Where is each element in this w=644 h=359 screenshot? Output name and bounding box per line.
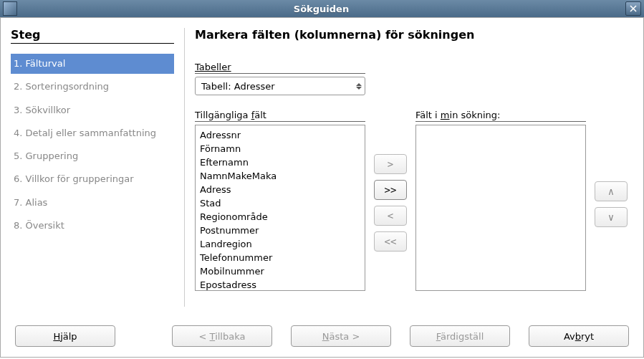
selected-fields-label: Fält i min sökning:	[415, 110, 586, 122]
list-item[interactable]: Telefonnummer	[200, 251, 360, 264]
available-fields-label: Tillgängliga fält	[195, 110, 365, 122]
window-title: Sökguiden	[17, 4, 625, 14]
move-up-button[interactable]: ∧	[595, 181, 628, 201]
wizard-step-item[interactable]: 3. Sökvillkor	[11, 100, 174, 120]
list-item[interactable]: Regionområde	[200, 210, 360, 224]
tables-label: Tabeller	[195, 62, 365, 74]
list-item[interactable]: Epostadress	[200, 278, 360, 291]
window-close-button[interactable]	[625, 1, 641, 16]
tables-label-accel: Tabeller	[195, 62, 231, 72]
next-button[interactable]: Nästa >	[291, 325, 391, 347]
app-icon	[3, 1, 17, 16]
list-item[interactable]: Förnamn	[200, 142, 360, 155]
finish-button[interactable]: Färdigställ	[410, 325, 510, 347]
move-down-button[interactable]: ∨	[595, 207, 628, 227]
back-button[interactable]: < Tillbaka	[172, 325, 272, 347]
wizard-content: Markera fälten (kolumnerna) för sökninge…	[195, 28, 633, 317]
list-item[interactable]: NamnMakeMaka	[200, 169, 360, 183]
titlebar: Sökguiden	[0, 0, 644, 17]
list-item[interactable]: Landregion	[200, 237, 360, 251]
wizard-step-item[interactable]: 8. Översikt	[11, 216, 174, 236]
list-item[interactable]: Efternamn	[200, 155, 360, 169]
remove-all-button[interactable]: <<	[374, 231, 407, 252]
wizard-step-item[interactable]: 6. Villkor för grupperingar	[11, 169, 174, 189]
wizard-step-item[interactable]: 4. Detalj eller sammanfattning	[11, 123, 174, 143]
add-all-button[interactable]: >>	[374, 180, 407, 200]
close-icon	[630, 5, 637, 12]
selected-fields-listbox[interactable]	[415, 125, 586, 291]
add-one-button[interactable]: >	[374, 154, 407, 174]
vertical-separator	[184, 28, 185, 307]
wizard-step-item[interactable]: 7. Alias	[11, 193, 174, 213]
wizard-button-bar: Hjälp < Tillbaka Nästa > Färdigställ Avb…	[1, 317, 643, 357]
remove-one-button[interactable]: <	[374, 206, 407, 226]
wizard-sidebar: Steg 1. Fälturval2. Sorteringsordning3. …	[11, 28, 174, 317]
tables-combobox-value: Tabell: Adresser	[201, 81, 275, 92]
list-item[interactable]: Postnummer	[200, 224, 360, 237]
wizard-step-item[interactable]: 1. Fälturval	[11, 54, 174, 74]
combobox-spinner-icon	[356, 83, 362, 90]
tables-combobox[interactable]: Tabell: Adresser	[195, 77, 365, 95]
wizard-step-item[interactable]: 2. Sorteringsordning	[11, 77, 174, 97]
list-item[interactable]: Stad	[200, 196, 360, 210]
list-item[interactable]: Adress	[200, 183, 360, 196]
wizard-step-item[interactable]: 5. Gruppering	[11, 146, 174, 166]
wizard-step-list: 1. Fälturval2. Sorteringsordning3. Sökvi…	[11, 54, 174, 239]
list-item[interactable]: Mobilnummer	[200, 264, 360, 278]
cancel-button[interactable]: Avbryt	[529, 325, 629, 347]
available-fields-listbox[interactable]: AdressnrFörnamnEfternamnNamnMakeMakaAdre…	[195, 125, 365, 291]
help-button[interactable]: Hjälp	[15, 325, 115, 347]
list-item[interactable]: Adressnr	[200, 128, 360, 142]
sidebar-heading: Steg	[11, 28, 174, 44]
page-title: Markera fälten (kolumnerna) för sökninge…	[195, 28, 633, 42]
